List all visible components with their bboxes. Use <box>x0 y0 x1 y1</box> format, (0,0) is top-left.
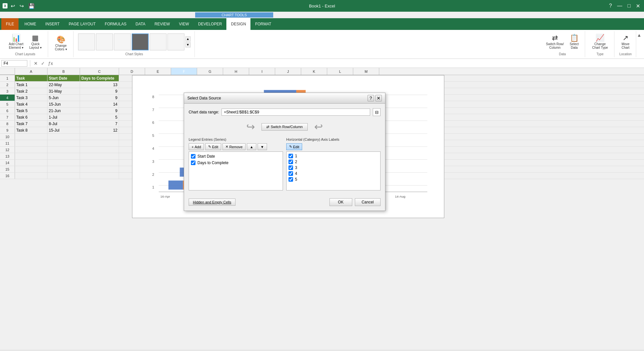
cell-c10[interactable] <box>80 134 119 140</box>
tab-home[interactable]: HOME <box>20 18 41 30</box>
dialog-cancel-btn[interactable]: Cancel <box>355 198 381 206</box>
cell-b15[interactable] <box>47 166 80 172</box>
axis-item-5[interactable]: 5 <box>288 176 379 182</box>
range-collapse-btn[interactable]: ⊟ <box>373 108 381 116</box>
close-btn[interactable]: ✕ <box>635 2 641 10</box>
col-header-c[interactable]: C <box>80 68 119 75</box>
row-header-8[interactable]: 8 <box>0 121 15 127</box>
cell-b6[interactable]: 21-Jun <box>47 108 80 114</box>
axis-checkbox-3[interactable] <box>288 165 293 170</box>
change-colors-btn[interactable]: 🎨 ChangeColors ▾ <box>53 34 69 53</box>
cell-b8[interactable]: 8-Jul <box>47 121 80 127</box>
row-header-2[interactable]: 2 <box>0 82 15 88</box>
cell-c13[interactable] <box>80 153 119 159</box>
cell-c11[interactable] <box>80 140 119 146</box>
col-header-h[interactable]: H <box>223 68 249 75</box>
tab-data[interactable]: DATA <box>131 18 150 30</box>
col-header-e[interactable]: E <box>145 68 171 75</box>
tab-review[interactable]: REVIEW <box>150 18 174 30</box>
redo-btn[interactable]: ↪ <box>18 2 25 10</box>
cell-b9[interactable]: 15-Jul <box>47 127 80 133</box>
cell-c5[interactable]: 14 <box>80 101 119 107</box>
legend-checkbox-start-date[interactable] <box>191 154 195 159</box>
chart-style-5[interactable] <box>150 33 167 50</box>
cell-c16[interactable] <box>80 173 119 179</box>
cell-c15[interactable] <box>80 166 119 172</box>
row-header-10[interactable]: 10 <box>0 134 15 140</box>
hidden-and-empty-cells-btn[interactable]: Hidden and Empty Cells <box>189 199 235 206</box>
cell-b10[interactable] <box>47 134 80 140</box>
cell-c8[interactable]: 7 <box>80 121 119 127</box>
axis-checkbox-1[interactable] <box>288 154 293 158</box>
cell-a1[interactable]: Task <box>15 75 47 81</box>
axis-checkbox-4[interactable] <box>288 171 293 176</box>
chart-style-4-active[interactable] <box>132 33 149 50</box>
formula-input[interactable] <box>55 60 643 66</box>
tab-view[interactable]: VIEW <box>174 18 194 30</box>
undo-btn[interactable]: ↩ <box>9 2 16 10</box>
cell-a14[interactable] <box>15 160 47 166</box>
cell-a16[interactable] <box>15 173 47 179</box>
cell-a4[interactable]: Task 3 <box>15 95 47 101</box>
help-btn[interactable]: ? <box>608 2 613 9</box>
confirm-formula-btn[interactable]: ✓ <box>40 61 46 66</box>
cell-a5[interactable]: Task 4 <box>15 101 47 107</box>
row-header-14[interactable]: 14 <box>0 160 15 166</box>
row-header-16[interactable]: 16 <box>0 173 15 179</box>
axis-item-4[interactable]: 4 <box>288 171 379 176</box>
cell-c14[interactable] <box>80 160 119 166</box>
cell-a13[interactable] <box>15 153 47 159</box>
axis-edit-btn[interactable]: ✎ Edit <box>286 143 302 150</box>
cell-a9[interactable]: Task 8 <box>15 127 47 133</box>
cell-b14[interactable] <box>47 160 80 166</box>
switch-row-column-btn[interactable]: ⇄ Switch Row/Column <box>544 33 566 51</box>
cell-c7[interactable]: 5 <box>80 114 119 120</box>
cell-b1[interactable]: Start Date <box>47 75 80 81</box>
cell-c12[interactable] <box>80 147 119 153</box>
row-header-1[interactable]: 1 <box>0 75 15 81</box>
maximize-btn[interactable]: □ <box>626 2 632 9</box>
cell-a7[interactable]: Task 6 <box>15 114 47 120</box>
tab-formulas[interactable]: FORMULAS <box>100 18 131 30</box>
row-header-15[interactable]: 15 <box>0 166 15 172</box>
axis-item-1[interactable]: 1 <box>288 153 379 159</box>
legend-move-up-btn[interactable]: ▲ <box>247 143 256 150</box>
row-header-5[interactable]: 5 <box>0 101 15 107</box>
quick-layout-btn[interactable]: ▦ QuickLayout ▾ <box>27 33 44 51</box>
col-header-i[interactable]: I <box>249 68 275 75</box>
cancel-formula-btn[interactable]: ✕ <box>33 61 39 66</box>
row-header-9[interactable]: 9 <box>0 127 15 133</box>
data-range-input[interactable] <box>221 109 370 116</box>
cell-reference-input[interactable] <box>1 60 27 67</box>
col-header-g[interactable]: G <box>197 68 223 75</box>
cell-b16[interactable] <box>47 173 80 179</box>
col-header-a[interactable]: A <box>15 68 47 75</box>
axis-item-3[interactable]: 3 <box>288 165 379 171</box>
select-data-btn[interactable]: 📋 SelectData <box>568 33 581 51</box>
cell-a3[interactable]: Task 2 <box>15 88 47 94</box>
tab-design[interactable]: DESIGN <box>226 18 250 30</box>
cell-c6[interactable]: 9 <box>80 108 119 114</box>
switch-row-column-dialog-btn[interactable]: ⇄ Switch Row/Column <box>262 123 307 131</box>
tab-insert[interactable]: INSERT <box>41 18 64 30</box>
cell-b7[interactable]: 1-Jul <box>47 114 80 120</box>
col-header-j[interactable]: J <box>275 68 301 75</box>
tab-file[interactable]: FILE <box>1 18 19 30</box>
cell-c9[interactable]: 12 <box>80 127 119 133</box>
col-header-b[interactable]: B <box>47 68 80 75</box>
save-btn[interactable]: 💾 <box>27 2 36 10</box>
cell-a6[interactable]: Task 5 <box>15 108 47 114</box>
axis-checkbox-2[interactable] <box>288 160 293 164</box>
legend-move-down-btn[interactable]: ▼ <box>258 143 267 150</box>
chart-style-6[interactable] <box>168 33 184 50</box>
cell-c3[interactable]: 9 <box>80 88 119 94</box>
cell-a10[interactable] <box>15 134 47 140</box>
col-header-f[interactable]: F <box>171 68 197 75</box>
cell-b11[interactable] <box>47 140 80 146</box>
row-header-4[interactable]: 4 <box>0 95 15 101</box>
row-header-11[interactable]: 11 <box>0 140 15 146</box>
legend-remove-btn[interactable]: ✕ Remove <box>222 143 246 150</box>
add-chart-element-btn[interactable]: 📊 Add ChartElement ▾ <box>7 33 26 51</box>
cell-c2[interactable]: 13 <box>80 82 119 88</box>
row-header-7[interactable]: 7 <box>0 114 15 120</box>
